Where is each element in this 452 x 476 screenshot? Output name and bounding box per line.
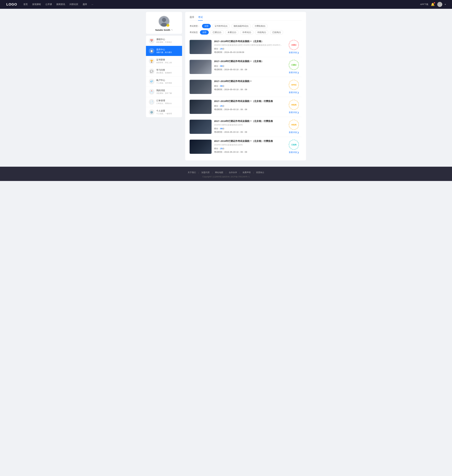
footer-partner[interactable]: 合作伙伴: [226, 171, 239, 174]
filter-type-cert[interactable]: 证书类考试(4): [212, 24, 230, 28]
exam-right-5: 待批阅 查看详情❯: [286, 120, 302, 134]
footer-disclaimer[interactable]: 免费声明: [240, 171, 253, 174]
exam-thumb-3: [190, 80, 212, 94]
sidebar-item-cert[interactable]: 🏆 证书荣誉 收获荣誉，持证上岗: [146, 56, 182, 66]
exam-score-3: 得分：99分: [214, 85, 283, 88]
view-detail-4[interactable]: 查看详情❯: [289, 111, 299, 114]
sidebar-item-course[interactable]: 📅 课程中心 精彩课程，不容错过: [146, 36, 182, 46]
main-nav: 首页 发现课程 公开课 新闻资讯 问答社区 题库 ···: [23, 3, 420, 6]
account-label: 账户中心: [156, 79, 172, 82]
header-right: APP下载 🔔 ▾: [420, 2, 446, 7]
status-stamp-2: 已通过: [289, 60, 299, 70]
exam-time-5: 考试时间：2019–05–03 10：09：09: [214, 131, 283, 134]
account-icon: 💎: [149, 79, 154, 84]
filter-status-reviewing[interactable]: 待批阅(2): [255, 30, 268, 34]
tab-bank[interactable]: 题库: [190, 16, 194, 20]
settings-icon: ⚙️: [149, 109, 154, 115]
sidebar-item-account[interactable]: 💎 账户中心 个人权益、实时掌握: [146, 76, 182, 87]
footer-about[interactable]: 关于我们: [185, 171, 198, 174]
course-label: 课程中心: [156, 38, 172, 41]
filter-status-reviewed[interactable]: 已批阅(2): [270, 30, 283, 34]
exam-score-6: 得分：25分: [214, 147, 283, 150]
view-detail-5[interactable]: 查看详情❯: [289, 131, 299, 134]
exam-right-1: 未通过 查看详情❯: [286, 40, 302, 54]
sidebar-menu: 📅 课程中心 精彩课程，不容错过 📋 题库中心 海量习题，助力通关 🏆 证书荣誉…: [146, 36, 182, 117]
cert-icon: 🏆: [149, 58, 154, 64]
filter-type-all[interactable]: 全部: [202, 24, 211, 28]
exam-score-4: 得分：25分: [214, 105, 283, 108]
order-text-wrap: 订单管理 订单支出、明明白白: [156, 99, 172, 105]
exam-time-3: 考试时间：2019–05–03 10：09：09: [214, 88, 283, 91]
footer-links: 关于我们 | 加盟代理 | 网站地图 | 合作伙伴 | 免费声明 | 招贤纳士: [0, 171, 452, 174]
nav-discover[interactable]: 发现课程: [32, 3, 41, 6]
sidebar-item-settings[interactable]: ⚙️ 个人设置 个人信息、一键管理: [146, 107, 182, 117]
quiz-text-wrap: 题库中心 海量习题，助力通关: [156, 48, 172, 54]
app-download-button[interactable]: APP下载: [420, 3, 428, 6]
view-detail-2[interactable]: 查看详情❯: [289, 71, 299, 74]
exam-title-4: 2017–2018年行测证件考试全国统一（北京卷）付费批卷: [214, 100, 283, 103]
page-tabs: 题库 考试: [190, 16, 302, 21]
nav-quiz[interactable]: 题库: [83, 3, 87, 6]
exam-right-3: 待考试 查看详情❯: [286, 80, 302, 94]
nav-opencourse[interactable]: 公开课: [45, 3, 52, 6]
status-stamp-4: 待批阅: [289, 100, 299, 110]
view-detail-1[interactable]: 查看详情❯: [289, 51, 299, 54]
message-label: 我的消息: [156, 89, 172, 92]
exam-info-5: 2017–2018年行测证件考试全国统一（北京卷）付费批卷 2018年行测考试是…: [214, 120, 283, 134]
user-menu-chevron[interactable]: ▾: [445, 3, 446, 6]
cert-sub: 收获荣誉，持证上岗: [156, 61, 172, 64]
exam-title-6: 2017–2018年行测证件考试全国统一（北京卷）付费批卷: [214, 140, 283, 143]
status-stamp-5: 待批阅: [289, 120, 299, 130]
sidebar-item-quiz[interactable]: 📋 题库中心 海量习题，助力通关: [146, 46, 182, 56]
ask-sub: 课后重温、疑难解答: [156, 72, 172, 74]
nav-news[interactable]: 新闻资讯: [56, 3, 65, 6]
quiz-sub: 海量习题，助力通关: [156, 51, 172, 54]
filter-type-random[interactable]: 随机抽题考试(5): [231, 24, 251, 28]
nav-more[interactable]: ···: [92, 3, 93, 6]
view-detail-3[interactable]: 查看详情❯: [289, 91, 299, 94]
filter-status-passed[interactable]: 已通过(2): [210, 30, 224, 34]
exam-title-3: 2017–2018年行测证件考试全国统一: [214, 80, 283, 83]
edit-profile-icon[interactable]: ✎: [171, 29, 173, 31]
nav-qa[interactable]: 问答社区: [70, 3, 78, 6]
exam-info-4: 2017–2018年行测证件考试全国统一（北京卷）付费批卷 得分：25分 考试时…: [214, 100, 283, 111]
filter-type-label: 考试类型：: [190, 25, 200, 27]
exam-item-2: 2017–2018年行测证件考试全国统一（北京卷） 得分：99分 考试时间：20…: [190, 57, 302, 77]
footer-sitemap[interactable]: 网站地图: [213, 171, 226, 174]
notification-button[interactable]: 🔔: [431, 2, 435, 6]
tab-exam[interactable]: 考试: [198, 16, 203, 20]
user-avatar-header[interactable]: [437, 2, 442, 7]
exam-desc-5: 2018年行测考试是最值得多去研究: [214, 124, 283, 126]
exam-score-1: 得分：25分: [214, 48, 283, 50]
username-row: Natalie Smith ✎: [148, 29, 179, 31]
exam-title-1: 2017–2018年行测证件考试全国统一（北京卷）: [214, 40, 283, 43]
sidebar-profile: 🥇 Natalie Smith ✎: [146, 12, 182, 34]
sidebar-item-order[interactable]: 📄 订单管理 订单支出、明明白白: [146, 97, 182, 107]
sidebar-item-ask[interactable]: 💬 学习问答 课后重温、疑难解答: [146, 66, 182, 76]
filter-status-label: 考试状态: [190, 31, 198, 34]
exam-right-2: 已通过 查看详情❯: [286, 60, 302, 74]
filter-status-pending[interactable]: 待考试(2): [240, 30, 253, 34]
order-icon: 📄: [149, 99, 154, 105]
message-sub: 消息通知、及时了解: [156, 92, 172, 95]
exam-info-1: 2017–2018年行测证件考试全国统一（北京卷） 2018年行测考试是最值得多…: [214, 40, 283, 54]
filter-type-paid[interactable]: 付费批卷(6): [252, 24, 268, 28]
settings-text-wrap: 个人设置 个人信息、一键管理: [156, 109, 172, 115]
exam-time-2: 考试时间：2019–05–03 10：09：09: [214, 68, 283, 71]
footer-recruit[interactable]: 招贤纳士: [254, 171, 267, 174]
exam-score-5: 得分：99分: [214, 127, 283, 130]
nav-home[interactable]: 首页: [23, 3, 28, 6]
exam-info-3: 2017–2018年行测证件考试全国统一 得分：99分 考试时间：2019–05…: [214, 80, 283, 91]
exam-thumb-5: [190, 120, 212, 134]
filter-status-failed[interactable]: 未通过(2): [225, 30, 239, 34]
exam-score-2: 得分：99分: [214, 65, 283, 68]
sidebar-item-message[interactable]: 📩 我的消息 消息通知、及时了解: [146, 87, 182, 97]
exam-time-4: 考试时间：2019–05–03 10：09：09: [214, 108, 283, 111]
status-stamp-6: 已批阅: [289, 140, 299, 150]
view-detail-6[interactable]: 查看详情❯: [289, 151, 299, 154]
ask-text-wrap: 学习问答 课后重温、疑难解答: [156, 69, 172, 74]
footer-franchise[interactable]: 加盟代理: [199, 171, 212, 174]
exam-desc-6: 2018年行测考试是最值得多去研究: [214, 143, 283, 146]
svg-point-1: [162, 18, 166, 22]
filter-status-all[interactable]: 全部: [200, 30, 209, 34]
